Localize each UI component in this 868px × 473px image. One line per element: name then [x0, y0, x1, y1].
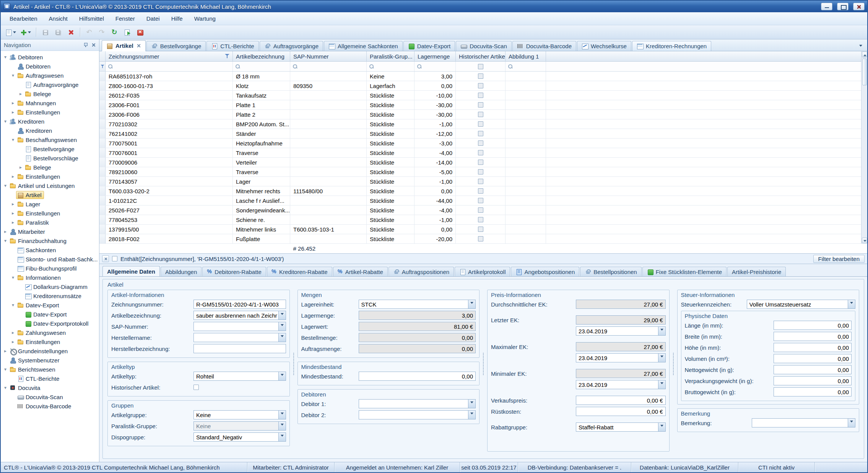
input-volumen-in-cm[interactable]: 0,00: [774, 354, 852, 363]
minimize-button[interactable]: [821, 3, 832, 10]
checkbox[interactable]: [478, 93, 483, 98]
expander-icon[interactable]: ▾: [10, 73, 16, 78]
detail-tab-allgemeine-daten[interactable]: Allgemeine Daten: [102, 266, 160, 277]
input-debitor-1[interactable]: [359, 399, 476, 408]
nav-item-debitoren[interactable]: Debitoren: [1, 62, 99, 71]
input-herstellerbezeichnung[interactable]: [193, 344, 286, 353]
nav-item-lager[interactable]: ▸Lager: [1, 199, 99, 209]
nav-item-auftragsvorgange[interactable]: Auftragsvorgänge: [1, 80, 99, 89]
checkbox[interactable]: [478, 112, 483, 117]
tab-docuvita-scan[interactable]: Docuvita-Scan: [456, 41, 512, 51]
expander-icon[interactable]: ▸: [10, 339, 16, 344]
filter-cell-paralistik-grup[interactable]: [367, 62, 414, 71]
table-row[interactable]: 770076001TraverseStückliste-4,00: [99, 148, 867, 158]
nav-item-einstellungen[interactable]: ▸Einstellungen: [1, 172, 99, 181]
checkbox[interactable]: [478, 207, 483, 213]
detail-tab-kreditoren-rabatte[interactable]: Kreditoren-Rabatte: [267, 267, 332, 276]
filter-cell-abbildung-1[interactable]: [506, 62, 546, 71]
input-artikelbezeichnung[interactable]: sauber ausbrennen nach Zeichnung: [193, 311, 286, 320]
nav-item-datev-export[interactable]: ▾Datev-Export: [1, 300, 99, 310]
input-maximaler-ek[interactable]: 27,00 €: [576, 342, 666, 351]
table-row[interactable]: 778045253Schiene re.Stückliste-1,00: [99, 215, 867, 225]
export-button[interactable]: [122, 27, 133, 38]
tab-datev-export[interactable]: Datev-Export: [403, 41, 455, 51]
nav-item-debitoren[interactable]: ▾Debitoren: [1, 52, 99, 62]
expander-icon[interactable]: ▸: [18, 165, 24, 170]
close-window-button[interactable]: [853, 3, 865, 10]
input-bemerkung[interactable]: [752, 418, 856, 427]
nav-item-kreditoren[interactable]: Kreditoren: [1, 126, 99, 135]
expander-icon[interactable]: ▾: [10, 275, 16, 280]
input-date[interactable]: 23.04.2019: [576, 353, 666, 362]
dropdown-button[interactable]: [278, 311, 286, 320]
detail-tab-abbildungen[interactable]: Abbildungen: [161, 267, 202, 276]
expander-icon[interactable]: ▸: [2, 348, 8, 354]
menu-item-datei[interactable]: Datei: [141, 14, 165, 23]
dropdown-button[interactable]: [658, 423, 665, 431]
input-verpackungsgewicht-in-g[interactable]: 0,00: [774, 376, 852, 385]
column-header-artikelbezeichnung[interactable]: Artikelbezeichnung: [233, 51, 290, 61]
grid-scrollbar[interactable]: [861, 51, 867, 244]
checkbox[interactable]: [478, 188, 483, 194]
table-row[interactable]: 23006-F006Platte 2Stückliste-30,00: [99, 110, 867, 119]
nav-item-berichtswesen[interactable]: ▾Berichtswesen: [1, 365, 99, 374]
detail-tab-artikel-rabatte[interactable]: Artikel-Rabatte: [333, 267, 388, 276]
nav-item-einstellungen[interactable]: ▸Einstellungen: [1, 209, 99, 218]
column-header-zeichnungsnummer[interactable]: Zeichnungsnummer: [106, 51, 233, 61]
nav-item-mitarbeiter[interactable]: ▸Mitarbeiter: [1, 227, 99, 236]
expander-icon[interactable]: ▸: [10, 330, 16, 335]
table-row[interactable]: 770009006VerteilerStückliste-14,00: [99, 158, 867, 167]
table-row[interactable]: 28018-F002FußplatteStückliste-20,00: [99, 234, 867, 244]
scroll-up-button[interactable]: [862, 52, 867, 57]
input-mindestbestand[interactable]: 0,00: [359, 372, 476, 381]
expander-icon[interactable]: ▾: [2, 367, 8, 372]
menu-item-hilfsmittel[interactable]: Hilfsmittel: [74, 14, 109, 23]
table-row[interactable]: RA68510137-rohØ 18 mmKeine3,00: [99, 72, 867, 81]
column-header-paralistik-grup[interactable]: Paralistik-Grup...: [367, 51, 414, 61]
checkbox[interactable]: [478, 140, 483, 146]
input-rustkosten[interactable]: 0,00 €: [576, 407, 666, 416]
input-verkaufspreis[interactable]: 0,00 €: [576, 396, 666, 405]
expander-icon[interactable]: ▸: [10, 201, 16, 207]
checkbox[interactable]: [478, 160, 483, 165]
nav-item-bestellvorschlage[interactable]: Bestellvorschläge: [1, 153, 99, 163]
nav-item-datev-export[interactable]: Datev-Export: [1, 310, 99, 319]
input-herstellername[interactable]: [193, 333, 286, 342]
table-row[interactable]: 770210302BMP200 Autom. St...Stückliste-1…: [99, 119, 867, 129]
expander-icon[interactable]: ▾: [2, 238, 8, 243]
nav-item-informationen[interactable]: ▾Informationen: [1, 273, 99, 282]
table-row[interactable]: T600.033-020-2Mitnehmer rechts1115480/00…: [99, 186, 867, 196]
input-artikeltyp[interactable]: Rohteil: [193, 372, 286, 381]
dropdown-button[interactable]: [278, 411, 286, 419]
dropdown-button[interactable]: [468, 411, 475, 419]
nav-item-grundeinstellungen[interactable]: ▸Grundeinstellungen: [1, 346, 99, 356]
nav-item-belege[interactable]: ▸Belege: [1, 89, 99, 98]
nav-item-auftragswesen[interactable]: ▾Auftragswesen: [1, 71, 99, 80]
table-row[interactable]: 1379915/00Mitnehmer linksT600.035-103-1S…: [99, 225, 867, 234]
table-row[interactable]: 26012-F035TankaufsatzStückliste-10,00: [99, 91, 867, 100]
dropdown-button[interactable]: [278, 333, 286, 342]
checkbox[interactable]: [478, 83, 483, 88]
nav-item-dollarkurs-diagramm[interactable]: Dollarkurs-Diagramm: [1, 282, 99, 291]
tab-allgemeine-sachkonten[interactable]: Allgemeine Sachkonten: [324, 41, 403, 51]
checkbox[interactable]: [478, 217, 483, 222]
dropdown-button[interactable]: [658, 327, 665, 335]
menu-item-bearbeiten[interactable]: Bearbeiten: [5, 14, 42, 23]
input-lagermenge[interactable]: 3,00: [359, 311, 476, 320]
nav-item-finanzbuchhaltung[interactable]: ▾Finanzbuchhaltung: [1, 236, 99, 245]
delete-button[interactable]: [65, 27, 76, 38]
input-date[interactable]: 23.04.2019: [576, 326, 666, 336]
checkbox[interactable]: [478, 227, 483, 232]
input-sap-nummer[interactable]: [193, 322, 286, 331]
scroll-down-button[interactable]: [862, 238, 867, 243]
nav-item-docuvita[interactable]: ▾Docuvita: [1, 383, 99, 392]
dropdown-button[interactable]: [658, 380, 665, 389]
nav-item-artikel-und-leistungen[interactable]: ▾Artikel und Leistungen: [1, 181, 99, 190]
expander-icon[interactable]: ▸: [10, 210, 16, 216]
nav-item-einstellungen[interactable]: ▸Einstellungen: [1, 337, 99, 346]
expander-icon[interactable]: ▸: [10, 100, 16, 106]
input-debitor-2[interactable]: [359, 410, 476, 419]
detail-tab-artikelprotokoll[interactable]: Artikelprotokoll: [455, 267, 510, 276]
input-dispogruppe[interactable]: Standard_Negativ: [193, 432, 286, 442]
column-header-historischer-artikel[interactable]: Historischer Artikel: [456, 51, 506, 61]
